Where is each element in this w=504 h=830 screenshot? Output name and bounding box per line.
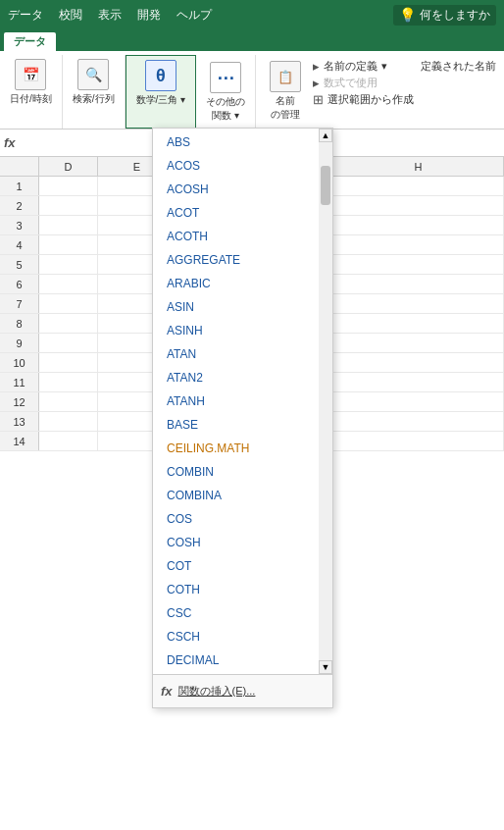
- defined-names-label: 定義された名前: [413, 55, 504, 78]
- dropdown-item-csch[interactable]: CSCH: [153, 625, 332, 648]
- ribbon-search-label[interactable]: 何をしますか: [420, 7, 490, 24]
- other-fn-button[interactable]: ⋯ その他の関数 ▾: [202, 60, 249, 125]
- cell-D6[interactable]: [39, 275, 98, 293]
- group-search-row: 🔍 検索/行列: [63, 55, 126, 129]
- ribbon-tab-data[interactable]: データ: [8, 7, 43, 24]
- cell-H10[interactable]: [333, 353, 504, 372]
- cell-H6[interactable]: [333, 275, 504, 293]
- ribbon-tab-view[interactable]: 表示: [98, 7, 122, 24]
- cell-D4[interactable]: [39, 235, 98, 254]
- ribbon-tab-review[interactable]: 校閲: [59, 7, 82, 24]
- cell-D14[interactable]: [39, 432, 98, 450]
- dropdown-item-decimal[interactable]: DECIMAL: [153, 648, 332, 672]
- cell-D11[interactable]: [39, 373, 98, 391]
- dropdown-item-abs[interactable]: ABS: [153, 130, 332, 154]
- scroll-down-button[interactable]: ▼: [319, 660, 332, 674]
- cell-H9[interactable]: [333, 334, 504, 352]
- cell-H13[interactable]: [333, 412, 504, 431]
- search-row-label: 検索/行列: [73, 92, 115, 106]
- group-datetime: 📅 日付/時刻: [0, 55, 63, 129]
- dropdown-item-base[interactable]: BASE: [153, 413, 332, 437]
- create-from-sel-label: 選択範囲から作成: [328, 92, 414, 107]
- row-header-13: 13: [0, 412, 39, 431]
- dropdown-item-atan2[interactable]: ATAN2: [153, 366, 332, 389]
- dropdown-item-atan[interactable]: ATAN: [153, 342, 332, 366]
- search-row-button[interactable]: 🔍 検索/行列: [69, 57, 119, 108]
- create-from-sel-icon: ⊞: [313, 92, 324, 107]
- dropdown-item-combin[interactable]: COMBIN: [153, 460, 332, 484]
- dropdown-item-ceiling-math[interactable]: CEILING.MATH: [153, 437, 332, 460]
- cell-D13[interactable]: [39, 412, 98, 431]
- cell-H1[interactable]: [333, 177, 504, 195]
- cell-H4[interactable]: [333, 235, 504, 254]
- row-header-2: 2: [0, 196, 39, 215]
- dropdown-item-csc[interactable]: CSC: [153, 601, 332, 625]
- dropdown-item-acos[interactable]: ACOS: [153, 154, 332, 178]
- math-trig-dropdown: ABSACOSACOSHACOTACOTHAGGREGATEARABICASIN…: [152, 128, 333, 708]
- dropdown-item-aggregate[interactable]: AGGREGATE: [153, 248, 332, 272]
- cell-D2[interactable]: [39, 196, 98, 215]
- define-name-label: 名前の定義: [324, 59, 378, 74]
- ribbon-tab-help[interactable]: ヘルプ: [176, 7, 212, 24]
- cell-D7[interactable]: [39, 294, 98, 313]
- dropdown-item-asin[interactable]: ASIN: [153, 295, 332, 319]
- cell-D5[interactable]: [39, 255, 98, 274]
- cell-H12[interactable]: [333, 392, 504, 411]
- define-name-item[interactable]: ▸ 名前の定義 ▾: [313, 59, 414, 74]
- scroll-up-button[interactable]: ▲: [319, 129, 332, 142]
- dropdown-item-acoth[interactable]: ACOTH: [153, 225, 332, 248]
- row-header-1: 1: [0, 177, 39, 195]
- names-col: ▸ 名前の定義 ▾ ▸ 数式で使用 ⊞ 選択範囲から作成: [313, 59, 414, 107]
- dropdown-item-acot[interactable]: ACOT: [153, 201, 332, 225]
- cell-D10[interactable]: [39, 353, 98, 372]
- cell-H3[interactable]: [333, 216, 504, 234]
- cell-H7[interactable]: [333, 294, 504, 313]
- tab-data[interactable]: データ: [4, 32, 56, 51]
- row-header-8: 8: [0, 314, 39, 333]
- dropdown-scrollbar: ▲ ▼: [319, 129, 332, 674]
- cell-D1[interactable]: [39, 177, 98, 195]
- datetime-label: 日付/時刻: [10, 92, 52, 106]
- dropdown-item-combina[interactable]: COMBINA: [153, 484, 332, 507]
- math-trig-icon: θ: [145, 60, 176, 91]
- row-header-9: 9: [0, 334, 39, 352]
- cell-H5[interactable]: [333, 255, 504, 274]
- other-fn-icon: ⋯: [210, 62, 241, 93]
- insert-function-button[interactable]: 関数の挿入(E)...: [178, 684, 256, 699]
- group-math-trig: θ 数学/三角 ▾: [126, 55, 197, 129]
- col-header-H: H: [333, 157, 504, 176]
- dropdown-item-cot[interactable]: COT: [153, 554, 332, 578]
- row-header-4: 4: [0, 235, 39, 254]
- cell-D9[interactable]: [39, 334, 98, 352]
- cell-H2[interactable]: [333, 196, 504, 215]
- datetime-button[interactable]: 📅 日付/時刻: [6, 57, 56, 108]
- math-trig-button[interactable]: θ 数学/三角 ▾: [132, 58, 190, 109]
- cell-H14[interactable]: [333, 432, 504, 450]
- insert-function-bar: fx 関数の挿入(E)...: [153, 674, 332, 707]
- define-name-icon: ▸: [313, 59, 320, 74]
- ribbon-search-box[interactable]: 💡 何をしますか: [393, 5, 496, 26]
- dropdown-item-acosh[interactable]: ACOSH: [153, 178, 332, 201]
- dropdown-item-cosh[interactable]: COSH: [153, 531, 332, 554]
- search-row-icon: 🔍: [77, 59, 109, 90]
- use-in-formula-item[interactable]: ▸ 数式で使用: [313, 76, 414, 90]
- scroll-thumb[interactable]: [321, 166, 330, 205]
- cell-D8[interactable]: [39, 314, 98, 333]
- names-manage-button[interactable]: 📋 名前の管理: [264, 59, 307, 124]
- cell-D12[interactable]: [39, 392, 98, 411]
- define-name-arrow: ▾: [381, 60, 387, 73]
- bulb-icon: 💡: [399, 7, 416, 23]
- dropdown-item-cos[interactable]: COS: [153, 507, 332, 531]
- ribbon-tab-dev[interactable]: 開発: [137, 7, 161, 24]
- dropdown-item-asinh[interactable]: ASINH: [153, 319, 332, 342]
- use-formula-label: 数式で使用: [324, 76, 378, 90]
- cell-H8[interactable]: [333, 314, 504, 333]
- dropdown-item-coth[interactable]: COTH: [153, 578, 332, 601]
- row-header-5: 5: [0, 255, 39, 274]
- create-from-selection-item[interactable]: ⊞ 選択範囲から作成: [313, 92, 414, 107]
- dropdown-item-arabic[interactable]: ARABIC: [153, 272, 332, 295]
- cell-D3[interactable]: [39, 216, 98, 234]
- cell-H11[interactable]: [333, 373, 504, 391]
- ribbon-top-bar: データ 校閲 表示 開発 ヘルプ 💡 何をしますか: [0, 0, 504, 29]
- dropdown-item-atanh[interactable]: ATANH: [153, 389, 332, 413]
